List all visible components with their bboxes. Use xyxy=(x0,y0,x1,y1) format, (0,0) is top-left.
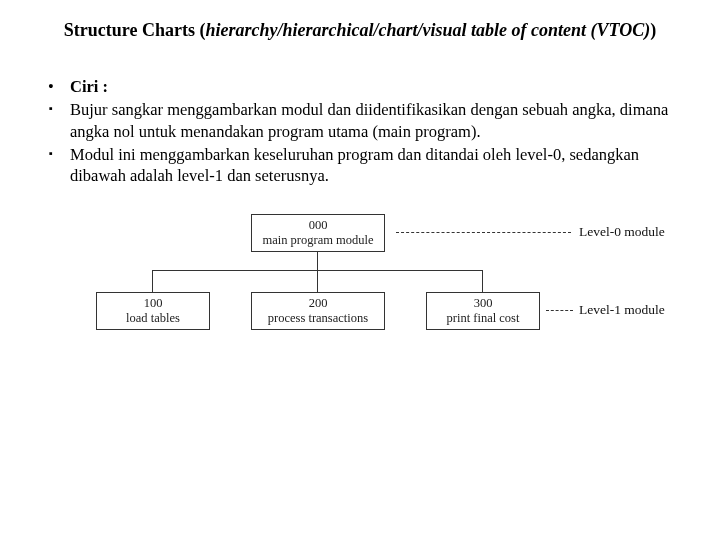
dashed-guide xyxy=(546,310,573,311)
node-label: process transactions xyxy=(252,311,384,326)
node-300: 300 print final cost xyxy=(426,292,540,330)
connector-line xyxy=(482,270,483,292)
list-item: Ciri : xyxy=(40,76,680,97)
node-label: main program module xyxy=(252,233,384,248)
node-id: 000 xyxy=(252,218,384,233)
connector-line xyxy=(317,252,318,270)
node-id: 200 xyxy=(252,296,384,311)
structure-chart-diagram: 000 main program module 100 load tables … xyxy=(96,214,676,364)
node-000: 000 main program module xyxy=(251,214,385,252)
list-item: Modul ini menggambarkan keseluruhan prog… xyxy=(40,144,680,186)
title-suffix: ) xyxy=(650,20,656,40)
level-label-0: Level-0 module xyxy=(579,224,665,240)
node-id: 100 xyxy=(97,296,209,311)
connector-line xyxy=(317,270,318,292)
bullet-list: Ciri : Bujur sangkar menggambarkan modul… xyxy=(40,76,680,186)
level-label-1: Level-1 module xyxy=(579,302,665,318)
node-200: 200 process transactions xyxy=(251,292,385,330)
dashed-guide xyxy=(396,232,571,233)
list-item: Bujur sangkar menggambarkan modul dan di… xyxy=(40,99,680,141)
node-id: 300 xyxy=(427,296,539,311)
ciri-label: Ciri : xyxy=(70,77,108,96)
title-prefix: Structure Charts ( xyxy=(64,20,206,40)
connector-line xyxy=(152,270,153,292)
node-label: print final cost xyxy=(427,311,539,326)
node-label: load tables xyxy=(97,311,209,326)
node-100: 100 load tables xyxy=(96,292,210,330)
page-title: Structure Charts (hierarchy/hierarchical… xyxy=(40,18,680,42)
title-italic: hierarchy/hierarchical/chart/visual tabl… xyxy=(205,20,650,40)
